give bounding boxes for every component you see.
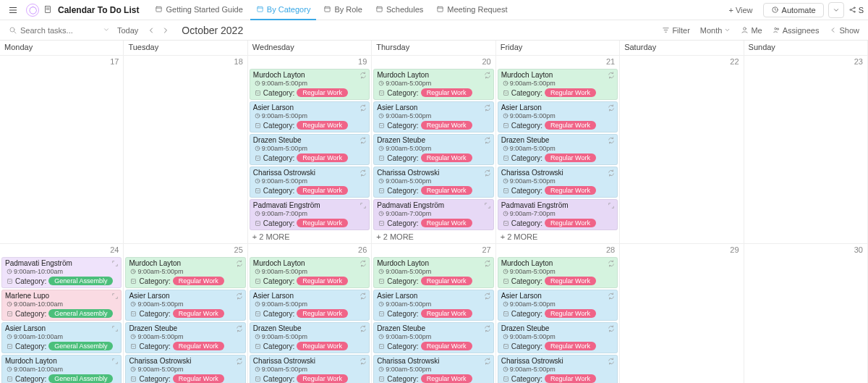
calendar-cell[interactable]: 20Murdoch Layton9:00am-5:00pmCategory: R… [372,55,495,243]
calendar-event[interactable]: Murdoch Layton9:00am-10:00amCategory: Ge… [1,355,122,383]
chevron-down-icon[interactable] [103,26,110,35]
calendar-event[interactable]: Asier Larson9:00am-5:00pmCategory: Regul… [125,290,245,321]
calendar-event[interactable]: Murdoch Layton9:00am-5:00pmCategory: Reg… [373,257,493,288]
add-view-button[interactable]: + View [723,3,758,17]
calendar-event[interactable]: Drazen Steube9:00am-5:00pmCategory: Regu… [498,322,618,353]
calendar-cell[interactable]: 18 [124,55,247,243]
calendar-event[interactable]: Murdoch Layton9:00am-5:00pmCategory: Reg… [125,257,245,288]
calendar-event[interactable]: Murdoch Layton9:00am-5:00pmCategory: Reg… [250,257,370,288]
calendar-event[interactable]: Padmavati Engström9:00am-7:00pmCategory:… [373,199,493,230]
dropdown-icon[interactable] [503,376,509,382]
calendar-event[interactable]: Drazen Steube9:00am-5:00pmCategory: Regu… [125,322,245,353]
search-input[interactable] [20,26,85,35]
dropdown-icon[interactable] [130,278,137,285]
dropdown-icon[interactable] [130,376,137,382]
tab-getting-started-guide[interactable]: Getting Started Guide [149,0,248,20]
automate-button[interactable]: Automate [763,3,824,17]
calendar-event[interactable]: Charissa Ostrowski9:00am-5:00pmCategory:… [373,355,493,383]
calendar-event[interactable]: Charissa Ostrowski9:00am-5:00pmCategory:… [498,167,618,198]
dropdown-icon[interactable] [255,155,261,161]
dropdown-icon[interactable] [378,311,385,317]
tab-by-category[interactable]: By Category [250,0,317,20]
calendar-event[interactable]: Charissa Ostrowski9:00am-5:00pmCategory:… [250,167,370,198]
calendar-event[interactable]: Drazen Steube9:00am-5:00pmCategory: Regu… [498,134,618,165]
dropdown-icon[interactable] [378,220,385,227]
calendar-cell[interactable]: 25Murdoch Layton9:00am-5:00pmCategory: R… [124,243,247,383]
calendar-event[interactable]: Drazen Steube9:00am-5:00pmCategory: Regu… [373,134,493,165]
calendar-cell[interactable]: 28Murdoch Layton9:00am-5:00pmCategory: R… [496,243,620,383]
calendar-event[interactable]: Murdoch Layton9:00am-5:00pmCategory: Reg… [498,69,618,100]
dropdown-icon[interactable] [503,220,509,227]
more-events[interactable]: + 2 MORE [248,230,371,243]
dropdown-icon[interactable] [255,188,261,194]
calendar-cell[interactable]: 29 [620,243,744,383]
dropdown-icon[interactable] [7,278,13,285]
calendar-event[interactable]: Murdoch Layton9:00am-5:00pmCategory: Reg… [250,69,370,100]
dropdown-icon[interactable] [378,343,385,350]
filter-button[interactable]: Filter [662,26,689,35]
automate-dropdown[interactable] [828,2,844,18]
share-button[interactable]: S [848,6,864,14]
me-button[interactable]: Me [741,26,762,35]
calendar-event[interactable]: Charissa Ostrowski9:00am-5:00pmCategory:… [125,355,245,383]
calendar-event[interactable]: Padmavati Engström9:00am-10:00amCategory… [1,257,122,288]
dropdown-icon[interactable] [255,278,261,285]
dropdown-icon[interactable] [378,188,385,194]
calendar-event[interactable]: Asier Larson9:00am-5:00pmCategory: Regul… [498,101,618,132]
next-icon[interactable] [160,25,171,36]
dropdown-icon[interactable] [503,155,509,161]
tab-schedules[interactable]: Schedules [370,0,429,20]
dropdown-icon[interactable] [378,155,385,161]
calendar-cell[interactable]: 23 [744,55,868,243]
calendar-cell[interactable]: 24Padmavati Engström9:00am-10:00amCatego… [0,243,124,383]
dropdown-icon[interactable] [255,376,261,382]
dropdown-icon[interactable] [503,122,509,129]
calendar-cell[interactable]: 17 [0,55,124,243]
calendar-event[interactable]: Asier Larson9:00am-10:00amCategory: Gene… [1,322,122,353]
calendar-event[interactable]: Asier Larson9:00am-5:00pmCategory: Regul… [498,290,618,321]
dropdown-icon[interactable] [378,278,385,285]
calendar-cell[interactable]: 30 [744,243,868,383]
tab-meeting-request[interactable]: Meeting Request [430,0,513,20]
dropdown-icon[interactable] [378,90,385,96]
calendar-event[interactable]: Asier Larson9:00am-5:00pmCategory: Regul… [373,290,493,321]
dropdown-icon[interactable] [503,343,509,350]
dropdown-icon[interactable] [378,376,385,382]
calendar-event[interactable]: Charissa Ostrowski9:00am-5:00pmCategory:… [373,167,493,198]
dropdown-icon[interactable] [255,122,261,129]
calendar-event[interactable]: Drazen Steube9:00am-5:00pmCategory: Regu… [250,322,370,353]
show-button[interactable]: Show [829,26,859,35]
calendar-cell[interactable]: 22 [620,55,744,243]
calendar-event[interactable]: Asier Larson9:00am-5:00pmCategory: Regul… [250,290,370,321]
prev-icon[interactable] [145,25,157,36]
calendar-cell[interactable]: 27Murdoch Layton9:00am-5:00pmCategory: R… [372,243,495,383]
calendar-event[interactable]: Padmavati Engström9:00am-7:00pmCategory:… [498,199,618,230]
more-events[interactable]: + 2 MORE [496,230,619,243]
range-selector[interactable]: Month [700,26,731,35]
dropdown-icon[interactable] [503,90,509,96]
calendar-cell[interactable]: 19Murdoch Layton9:00am-5:00pmCategory: R… [248,55,372,243]
calendar-event[interactable]: Murdoch Layton9:00am-5:00pmCategory: Reg… [373,69,493,100]
tab-by-role[interactable]: By Role [318,0,368,20]
calendar-cell[interactable]: 21Murdoch Layton9:00am-5:00pmCategory: R… [496,55,620,243]
calendar-event[interactable]: Drazen Steube9:00am-5:00pmCategory: Regu… [373,322,493,353]
dropdown-icon[interactable] [503,278,509,285]
dropdown-icon[interactable] [130,311,137,317]
dropdown-icon[interactable] [503,188,509,194]
dropdown-icon[interactable] [7,311,13,317]
dropdown-icon[interactable] [255,343,261,350]
calendar-event[interactable]: Asier Larson9:00am-5:00pmCategory: Regul… [373,101,493,132]
calendar-event[interactable]: Murdoch Layton9:00am-5:00pmCategory: Reg… [498,257,618,288]
dropdown-icon[interactable] [503,311,509,317]
dropdown-icon[interactable] [378,122,385,129]
dropdown-icon[interactable] [130,343,137,350]
calendar-event[interactable]: Marlene Lupo9:00am-10:00amCategory: Gene… [1,290,122,321]
dropdown-icon[interactable] [255,311,261,317]
today-button[interactable]: Today [117,26,138,35]
calendar-event[interactable]: Asier Larson9:00am-5:00pmCategory: Regul… [250,101,370,132]
dropdown-icon[interactable] [7,376,13,382]
calendar-event[interactable]: Charissa Ostrowski9:00am-5:00pmCategory:… [250,355,370,383]
calendar-event[interactable]: Drazen Steube9:00am-5:00pmCategory: Regu… [250,134,370,165]
calendar-event[interactable]: Charissa Ostrowski9:00am-5:00pmCategory:… [498,355,618,383]
dropdown-icon[interactable] [255,220,261,227]
